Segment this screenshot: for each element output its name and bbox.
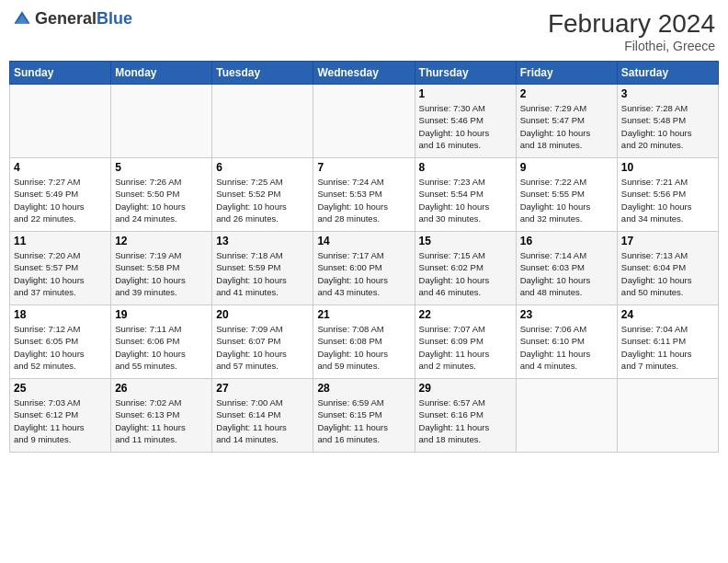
day-info: Sunrise: 7:00 AM Sunset: 6:14 PM Dayligh…	[216, 396, 309, 445]
empty-cell	[111, 85, 212, 158]
day-info: Sunrise: 7:08 AM Sunset: 6:08 PM Dayligh…	[317, 323, 410, 372]
day-number: 22	[419, 308, 512, 321]
day-number: 15	[419, 235, 512, 247]
day-info: Sunrise: 7:17 AM Sunset: 6:00 PM Dayligh…	[317, 249, 410, 298]
calendar-day-3: 3Sunrise: 7:28 AM Sunset: 5:48 PM Daylig…	[617, 85, 718, 158]
day-number: 26	[115, 382, 208, 395]
col-header-wednesday: Wednesday	[313, 62, 415, 85]
day-info: Sunrise: 7:12 AM Sunset: 6:05 PM Dayligh…	[14, 323, 107, 372]
day-info: Sunrise: 7:02 AM Sunset: 6:13 PM Dayligh…	[115, 396, 208, 445]
day-info: Sunrise: 7:30 AM Sunset: 5:46 PM Dayligh…	[419, 102, 512, 151]
col-header-sunday: Sunday	[10, 62, 111, 85]
day-info: Sunrise: 7:20 AM Sunset: 5:57 PM Dayligh…	[14, 249, 107, 298]
day-number: 11	[14, 235, 107, 247]
day-number: 1	[419, 87, 512, 100]
col-header-tuesday: Tuesday	[212, 62, 313, 85]
day-number: 10	[621, 161, 714, 174]
logo: GeneralBlue	[13, 9, 132, 29]
logo-blue: Blue	[97, 9, 132, 28]
calendar-week-row: 1Sunrise: 7:30 AM Sunset: 5:46 PM Daylig…	[10, 85, 719, 158]
empty-cell	[516, 379, 617, 453]
day-number: 5	[115, 161, 208, 174]
location: Filothei, Greece	[548, 39, 715, 53]
day-info: Sunrise: 7:13 AM Sunset: 6:04 PM Dayligh…	[621, 249, 714, 298]
day-info: Sunrise: 7:19 AM Sunset: 5:58 PM Dayligh…	[115, 249, 208, 298]
day-number: 6	[216, 161, 309, 174]
day-number: 28	[317, 382, 410, 395]
col-header-thursday: Thursday	[415, 62, 516, 85]
day-info: Sunrise: 7:04 AM Sunset: 6:11 PM Dayligh…	[621, 323, 714, 372]
day-info: Sunrise: 7:14 AM Sunset: 6:03 PM Dayligh…	[520, 249, 613, 298]
calendar-day-1: 1Sunrise: 7:30 AM Sunset: 5:46 PM Daylig…	[415, 85, 516, 158]
calendar-day-25: 25Sunrise: 7:03 AM Sunset: 6:12 PM Dayli…	[10, 379, 111, 453]
day-number: 24	[621, 308, 714, 321]
day-info: Sunrise: 7:22 AM Sunset: 5:55 PM Dayligh…	[520, 176, 613, 224]
calendar-table: SundayMondayTuesdayWednesdayThursdayFrid…	[9, 61, 719, 453]
day-info: Sunrise: 7:27 AM Sunset: 5:49 PM Dayligh…	[14, 176, 107, 224]
day-number: 23	[520, 308, 613, 321]
col-header-saturday: Saturday	[617, 62, 718, 85]
calendar-header-row: SundayMondayTuesdayWednesdayThursdayFrid…	[10, 62, 719, 85]
logo-general: General	[35, 9, 97, 28]
calendar-day-6: 6Sunrise: 7:25 AM Sunset: 5:52 PM Daylig…	[212, 158, 313, 232]
empty-cell	[212, 85, 313, 158]
day-info: Sunrise: 6:59 AM Sunset: 6:15 PM Dayligh…	[317, 396, 410, 445]
col-header-monday: Monday	[111, 62, 212, 85]
day-number: 9	[520, 161, 613, 174]
day-info: Sunrise: 7:26 AM Sunset: 5:50 PM Dayligh…	[115, 176, 208, 224]
calendar-day-21: 21Sunrise: 7:08 AM Sunset: 6:08 PM Dayli…	[313, 305, 415, 379]
calendar-day-19: 19Sunrise: 7:11 AM Sunset: 6:06 PM Dayli…	[111, 305, 212, 379]
day-info: Sunrise: 7:25 AM Sunset: 5:52 PM Dayligh…	[216, 176, 309, 224]
day-number: 3	[621, 87, 714, 100]
day-number: 17	[621, 235, 714, 247]
empty-cell	[10, 85, 111, 158]
month-year: February 2024	[548, 9, 715, 39]
calendar-day-2: 2Sunrise: 7:29 AM Sunset: 5:47 PM Daylig…	[516, 85, 617, 158]
day-number: 21	[317, 308, 410, 321]
day-number: 16	[520, 235, 613, 247]
day-info: Sunrise: 7:23 AM Sunset: 5:54 PM Dayligh…	[419, 176, 512, 224]
col-header-friday: Friday	[516, 62, 617, 85]
day-number: 18	[14, 308, 107, 321]
calendar-day-13: 13Sunrise: 7:18 AM Sunset: 5:59 PM Dayli…	[212, 232, 313, 305]
calendar-day-24: 24Sunrise: 7:04 AM Sunset: 6:11 PM Dayli…	[617, 305, 718, 379]
calendar-day-16: 16Sunrise: 7:14 AM Sunset: 6:03 PM Dayli…	[516, 232, 617, 305]
day-info: Sunrise: 7:07 AM Sunset: 6:09 PM Dayligh…	[419, 323, 512, 372]
empty-cell	[313, 85, 415, 158]
calendar-day-14: 14Sunrise: 7:17 AM Sunset: 6:00 PM Dayli…	[313, 232, 415, 305]
calendar-day-12: 12Sunrise: 7:19 AM Sunset: 5:58 PM Dayli…	[111, 232, 212, 305]
day-number: 19	[115, 308, 208, 321]
calendar-day-23: 23Sunrise: 7:06 AM Sunset: 6:10 PM Dayli…	[516, 305, 617, 379]
day-info: Sunrise: 7:21 AM Sunset: 5:56 PM Dayligh…	[621, 176, 714, 224]
calendar-day-22: 22Sunrise: 7:07 AM Sunset: 6:09 PM Dayli…	[415, 305, 516, 379]
day-number: 27	[216, 382, 309, 395]
calendar-day-28: 28Sunrise: 6:59 AM Sunset: 6:15 PM Dayli…	[313, 379, 415, 453]
calendar-day-7: 7Sunrise: 7:24 AM Sunset: 5:53 PM Daylig…	[313, 158, 415, 232]
calendar-day-11: 11Sunrise: 7:20 AM Sunset: 5:57 PM Dayli…	[10, 232, 111, 305]
day-info: Sunrise: 7:15 AM Sunset: 6:02 PM Dayligh…	[419, 249, 512, 298]
calendar-day-4: 4Sunrise: 7:27 AM Sunset: 5:49 PM Daylig…	[10, 158, 111, 232]
day-number: 12	[115, 235, 208, 247]
page-header: GeneralBlue February 2024 Filothei, Gree…	[9, 9, 719, 53]
calendar-week-row: 4Sunrise: 7:27 AM Sunset: 5:49 PM Daylig…	[10, 158, 719, 232]
day-info: Sunrise: 7:29 AM Sunset: 5:47 PM Dayligh…	[520, 102, 613, 151]
calendar-day-15: 15Sunrise: 7:15 AM Sunset: 6:02 PM Dayli…	[415, 232, 516, 305]
logo-icon	[13, 10, 31, 29]
day-info: Sunrise: 7:11 AM Sunset: 6:06 PM Dayligh…	[115, 323, 208, 372]
calendar-day-18: 18Sunrise: 7:12 AM Sunset: 6:05 PM Dayli…	[10, 305, 111, 379]
calendar-day-17: 17Sunrise: 7:13 AM Sunset: 6:04 PM Dayli…	[617, 232, 718, 305]
calendar-day-5: 5Sunrise: 7:26 AM Sunset: 5:50 PM Daylig…	[111, 158, 212, 232]
day-number: 25	[14, 382, 107, 395]
day-info: Sunrise: 7:28 AM Sunset: 5:48 PM Dayligh…	[621, 102, 714, 151]
day-number: 2	[520, 87, 613, 100]
title-area: February 2024 Filothei, Greece	[548, 9, 715, 53]
empty-cell	[617, 379, 718, 453]
day-number: 4	[14, 161, 107, 174]
calendar-week-row: 11Sunrise: 7:20 AM Sunset: 5:57 PM Dayli…	[10, 232, 719, 305]
calendar-day-10: 10Sunrise: 7:21 AM Sunset: 5:56 PM Dayli…	[617, 158, 718, 232]
day-number: 29	[419, 382, 512, 395]
day-info: Sunrise: 7:06 AM Sunset: 6:10 PM Dayligh…	[520, 323, 613, 372]
day-info: Sunrise: 7:03 AM Sunset: 6:12 PM Dayligh…	[14, 396, 107, 445]
day-number: 20	[216, 308, 309, 321]
calendar-week-row: 18Sunrise: 7:12 AM Sunset: 6:05 PM Dayli…	[10, 305, 719, 379]
